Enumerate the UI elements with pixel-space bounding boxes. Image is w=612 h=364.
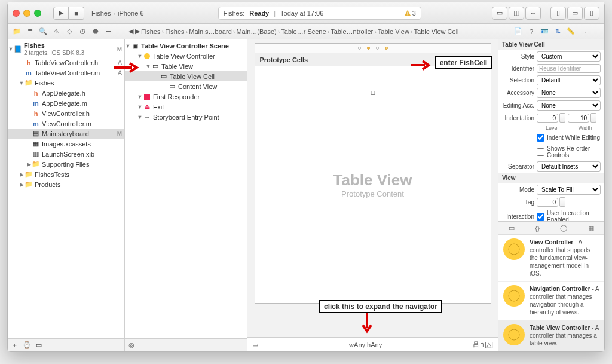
add-button[interactable]: ＋ — [11, 341, 18, 350]
zoom-traffic-light[interactable] — [34, 10, 41, 17]
navigator-item[interactable]: ▦Images.xcassets — [8, 139, 124, 149]
outline-item[interactable]: ▭Table View Cell — [125, 71, 247, 81]
identifier-field[interactable] — [537, 64, 601, 73]
user-interaction-checkbox[interactable] — [537, 213, 544, 221]
outline-scene[interactable]: ▼▣Table View Controller Scene — [125, 41, 247, 51]
file-inspector-icon[interactable]: 📄 — [513, 27, 523, 36]
stepper-buttons[interactable] — [559, 197, 565, 207]
stepper-buttons[interactable] — [559, 113, 565, 123]
file-template-library-icon[interactable]: ▭ — [509, 224, 515, 232]
stop-button[interactable]: ■ — [69, 7, 84, 20]
table-view-controller-scene[interactable]: Prototype Cells Table View Prototype Con… — [255, 43, 491, 304]
navigator-item[interactable]: ▶📁Products — [8, 179, 124, 189]
find-navigator-icon[interactable]: 🔍 — [38, 26, 48, 37]
navigator-item[interactable]: ▶📁Supporting Files — [8, 159, 124, 169]
toggle-utilities-button[interactable]: ▯ — [584, 7, 599, 20]
accessory-select[interactable]: None — [537, 88, 601, 98]
canvas-placeholder-title: Table View — [333, 171, 412, 189]
code-snippet-library-icon[interactable]: {} — [536, 225, 540, 232]
help-inspector-icon[interactable]: ? — [527, 27, 536, 36]
pin-button[interactable]: ⋔ — [479, 341, 485, 348]
indent-while-editing-checkbox[interactable] — [537, 134, 544, 142]
navigator-item[interactable]: mTableViewController.mA — [8, 68, 124, 78]
connections-inspector-icon[interactable]: → — [579, 27, 589, 36]
reorder-checkbox[interactable] — [537, 148, 544, 156]
outline-item[interactable]: ▼▭Table View — [125, 61, 247, 71]
attributes-inspector-icon[interactable]: ⇅ — [553, 27, 562, 36]
content-mode-select[interactable]: Scale To Fill — [537, 185, 601, 195]
navigator-item[interactable]: mAppDelegate.m — [8, 98, 124, 108]
symbol-navigator-icon[interactable]: ≣ — [25, 26, 35, 37]
navigator-item[interactable]: ▼📁Fishes — [8, 78, 124, 88]
align-button[interactable]: 吕 — [473, 340, 479, 349]
debug-navigator-icon[interactable]: ⏱ — [77, 26, 88, 37]
test-navigator-icon[interactable]: ◇ — [64, 26, 75, 37]
jump-bar[interactable]: ◀ ▶ Fishes› Fishes› Main.s…board› Main…(… — [125, 27, 498, 35]
indent-level-field[interactable] — [537, 114, 558, 123]
media-library-icon[interactable]: ▦ — [588, 224, 594, 232]
version-editor-button[interactable]: ↔ — [525, 7, 541, 20]
standard-editor-button[interactable]: ▭ — [492, 7, 507, 20]
activity-viewer: Fishes: Ready | Today at 17:06 3 — [218, 7, 421, 20]
navigator-item[interactable]: ▥LaunchScreen.xib — [8, 149, 124, 159]
status-dot-icon — [367, 47, 370, 50]
outline-item[interactable]: ▼First Responder — [125, 91, 247, 102]
object-library-icon[interactable]: ◯ — [560, 224, 567, 232]
library-item[interactable]: Navigation Controller - A controller tha… — [498, 282, 604, 320]
arrow-down-icon — [361, 313, 373, 334]
arrow-right-icon — [411, 60, 431, 71]
filter-scm-icon[interactable]: ▭ — [36, 341, 42, 349]
svg-point-4 — [509, 329, 519, 340]
navigator-item[interactable]: hTableViewController.hA — [8, 57, 124, 68]
callout-expand-navigator: click this to expand the navigator — [319, 300, 442, 313]
selection-select[interactable]: Default — [537, 75, 601, 85]
status-dot-icon — [385, 47, 388, 50]
issue-navigator-icon[interactable]: ⚠ — [51, 26, 62, 37]
destination-selector[interactable]: iPhone 6 — [118, 10, 143, 17]
library-item[interactable]: Table View Controller - A controller tha… — [498, 320, 604, 351]
toggle-navigator-button[interactable]: ▯ — [550, 7, 566, 20]
navigator-item[interactable]: hViewController.h — [8, 108, 124, 118]
size-inspector-icon[interactable]: 📏 — [566, 27, 576, 36]
project-root[interactable]: ▼📘Fishes2 targets, iOS SDK 8.3M — [8, 41, 124, 57]
library-item[interactable]: View Controller - A controller that supp… — [498, 235, 604, 282]
outline-item[interactable]: ▭Content View — [125, 81, 247, 91]
filter-recent-icon[interactable]: ⌚ — [23, 341, 31, 349]
project-navigator-icon[interactable]: 📁 — [11, 26, 22, 37]
minimize-traffic-light[interactable] — [23, 10, 30, 17]
indent-width-field[interactable] — [568, 114, 589, 123]
style-select[interactable]: Custom — [537, 51, 601, 62]
size-class-bar[interactable]: ▭ wAny hAny 吕 ⋔ |△| — [247, 337, 498, 351]
status-dot-icon — [358, 47, 361, 50]
run-button[interactable]: ▶ — [53, 7, 69, 20]
section-header: View — [498, 173, 604, 183]
navigator-item[interactable]: ▤Main.storyboardM — [8, 129, 124, 139]
xcode-window: ▶ ■ Fishes › iPhone 6 Fishes: Ready | To… — [7, 2, 605, 352]
outline-item[interactable]: ▼⏏Exit — [125, 102, 247, 112]
scheme-selector[interactable]: Fishes — [91, 10, 111, 17]
interface-builder-canvas[interactable]: Prototype Cells Table View Prototype Con… — [247, 39, 498, 351]
warning-indicator[interactable]: 3 — [404, 10, 416, 17]
assistant-editor-button[interactable]: ◫ — [509, 7, 524, 20]
toggle-outline-button[interactable]: ▭ — [252, 341, 258, 348]
report-navigator-icon[interactable]: ☰ — [103, 26, 114, 37]
resolve-button[interactable]: |△| — [485, 341, 493, 348]
stepper-buttons[interactable] — [590, 113, 596, 123]
navigator-item[interactable]: mViewController.m — [8, 118, 124, 129]
close-traffic-light[interactable] — [13, 10, 20, 17]
titlebar: ▶ ■ Fishes › iPhone 6 Fishes: Ready | To… — [8, 2, 604, 24]
outline-item[interactable]: ▼→Storyboard Entry Point — [125, 112, 247, 122]
toggle-debug-button[interactable]: ▭ — [567, 7, 583, 20]
svg-rect-0 — [407, 11, 408, 14]
navigator-item[interactable]: hAppDelegate.h — [8, 88, 124, 98]
breakpoint-navigator-icon[interactable]: ⬣ — [90, 26, 101, 37]
editing-accessory-select[interactable]: None — [537, 100, 601, 111]
outline-item[interactable]: ▼Table View Controller — [125, 51, 247, 61]
separator-select[interactable]: Default Insets — [537, 161, 601, 172]
tag-field[interactable] — [537, 198, 558, 207]
navigator-item[interactable]: ▶📁FishesTests — [8, 169, 124, 179]
svg-point-2 — [509, 244, 519, 255]
svg-point-3 — [509, 290, 519, 301]
identity-inspector-icon[interactable]: 🪪 — [540, 27, 549, 36]
outline-filter-icon[interactable]: ◎ — [128, 341, 134, 349]
